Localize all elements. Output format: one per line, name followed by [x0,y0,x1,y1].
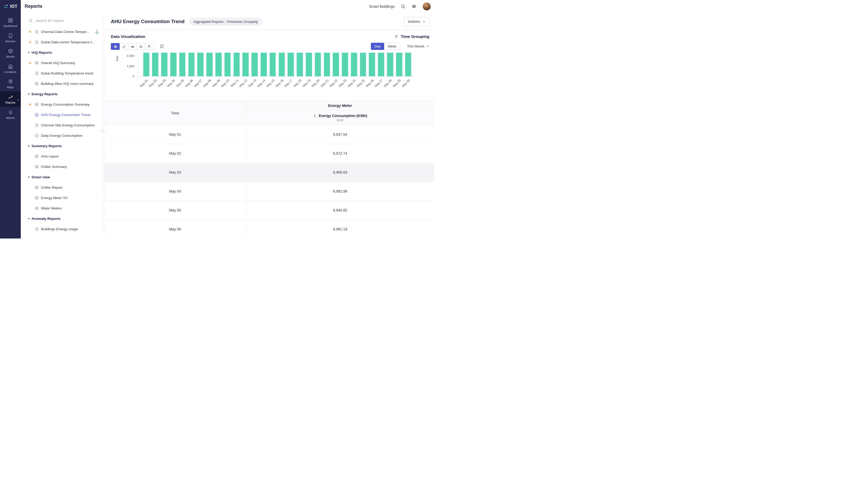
app-logo[interactable]: IOT [0,0,21,13]
day-week-toggle: Day Week [371,42,400,50]
report-group-smart-view[interactable]: ▾Smart view [21,172,104,182]
sidebar-report-buildings-energy-usage[interactable]: Buildings Energy usage [21,224,104,234]
table-row: May 066,961.19 [104,220,434,238]
x-tick-label: May 15 [266,78,275,88]
table-icon [35,206,41,210]
iot-logo-icon [3,4,8,9]
histogram-icon[interactable] [136,43,145,50]
reports-tree[interactable]: ★Chennai Data Centre Temper...⚓★Dubai Da… [21,27,104,238]
table-body: May 016,937.54May 026,872.74May 036,969.… [104,125,434,238]
table-header: Time Energy Meter Energy Consumption (KW… [104,101,434,125]
chart-icon [35,113,41,117]
doc-icon [35,40,41,44]
x-tick-label: May 11 [230,78,239,88]
sidebar-report-daily-energy-consumption[interactable]: Daily Energy Consumption [21,130,104,141]
rail-item-alarms[interactable]: Alarms [0,107,21,122]
doc-icon [35,123,41,127]
chart-bar-slot: May 25 [359,53,368,76]
star-icon[interactable]: ★ [29,102,35,106]
chart-bar-slot: May 17 [286,53,296,76]
chart-bar [351,53,357,76]
chart-bar-slot: May 12 [241,53,250,76]
actions-button-label: Actions [408,20,420,24]
star-icon[interactable]: ★ [29,30,35,34]
chart-bar-slot: May 20 [313,53,322,76]
horizontal-bar-icon[interactable] [145,43,154,50]
rail-item-assets[interactable]: Assets [0,45,21,61]
table-row: May 016,937.54 [104,125,434,144]
rail-item-locations[interactable]: Locations [0,61,21,76]
week-toggle-button[interactable]: Week [384,43,400,50]
sidebar-report-chiller-summary[interactable]: Chiller Summary [21,161,104,172]
date-range-select[interactable]: This Month [407,44,429,48]
sidebar-report-dubai-building-temperature-trend[interactable]: Dubai Building Temperature trend [21,68,104,78]
report-group-iaq-reports[interactable]: ▾IAQ Reports [21,47,104,58]
sidebar-report-dubai-data-centre-temperature-t[interactable]: ★Dubai Data centre Temperature t... [21,37,104,47]
page-title: Reports [25,4,42,9]
cell-value: 6,940.82 [246,201,434,220]
sidebar-report-ahu-report[interactable]: AHU report [21,151,104,161]
report-title: AHU Energy Consumtion Trend [111,19,185,24]
area-chart-icon[interactable] [128,43,137,50]
star-icon[interactable]: ★ [29,61,35,65]
search-icon[interactable] [401,4,405,9]
chart-bar [152,53,158,76]
report-group-anomaly-reports[interactable]: ▾Anomaly Reports [21,213,104,224]
report-label: Water Meters [41,206,62,210]
rail-item-label: Reports [5,101,16,104]
report-label: AHU report [41,154,59,158]
table-icon [35,61,41,65]
chart-bar-slot: May 22 [332,53,341,76]
report-group-energy-reports[interactable]: ▾Energy Reports [21,89,104,99]
rail-item-maps[interactable]: Maps [0,76,21,91]
filter-funnel-icon[interactable] [394,35,398,39]
sidebar-report-energy-consumption-summary[interactable]: ★Energy Consumption Summary [21,99,104,109]
sidebar-report-energy-meter-sv[interactable]: Energy Meter SV [21,193,104,203]
sidebar-report-water-meters[interactable]: Water Meters [21,203,104,213]
settings-sliders-icon[interactable] [412,4,416,9]
sidebar-collapse-button[interactable]: ‹ [100,127,107,133]
user-avatar[interactable] [423,2,431,11]
refresh-button[interactable] [159,43,164,49]
sidebar-report-chennai-site-energy-consumption[interactable]: Chennai Site Energy Consumption [21,120,104,130]
chart-bar-slot: May 06 [187,53,196,76]
chart-bar-slot: May 04 [169,53,178,76]
sidebar-report-building-wise-iaq-room-summary[interactable]: Building Wise IAQ room summary [21,78,104,89]
dashboard-icon [8,18,13,23]
chevron-right-icon: › [18,97,19,101]
day-toggle-button[interactable]: Day [371,43,384,50]
chart-bar [260,53,267,76]
chart-icon [35,227,41,231]
chart-bar-slot: May 08 [205,53,214,76]
sidebar-report-overall-iaq-summary[interactable]: ★Overall IAQ Summary [21,58,104,68]
x-tick-label: May 17 [284,78,293,88]
cell-time: May 02 [104,144,246,163]
app-root: IOT DashboardDevicesAssetsLocationsMapsR… [0,0,434,238]
sidebar-report-ahu-energy-consumtion-trend[interactable]: AHU Energy Consumtion Trend [21,109,104,120]
sidebar-report-chiller-report[interactable]: Chiller Report [21,182,104,193]
x-tick-label: May 16 [275,78,284,88]
rail-item-dashboard[interactable]: Dashboard [0,15,21,30]
x-tick-label: May 19 [302,78,311,88]
y-axis-ticks: 01,0002,000 [111,53,138,76]
chevron-down-icon [427,45,429,48]
actions-button[interactable]: Actions [404,17,430,26]
org-name[interactable]: Smart Buildings [369,4,395,8]
group-label: Smart view [32,175,50,179]
chart-bar [206,53,213,76]
rail-item-reports[interactable]: Reports› [0,91,21,107]
chart-bar [197,53,204,76]
reports-search-input[interactable] [35,19,91,23]
rail-item-devices[interactable]: Devices [0,30,21,45]
line-chart-icon[interactable] [119,43,128,50]
chart-bar-slot: May 15 [268,53,277,76]
sidebar-report-chennai-data-centre-temper[interactable]: ★Chennai Data Centre Temper...⚓ [21,27,104,37]
chart-bar-slot: May 21 [322,53,332,76]
report-group-summary-reports[interactable]: ▾Summary Reports [21,141,104,151]
chart-bar [360,53,366,76]
report-header: AHU Energy Consumtion Trend Aggregated R… [104,13,434,30]
star-icon[interactable]: ★ [29,40,35,44]
chart-bar-slot: May 18 [296,53,305,76]
chart-bar [297,53,303,76]
bar-chart-icon[interactable] [111,43,120,50]
